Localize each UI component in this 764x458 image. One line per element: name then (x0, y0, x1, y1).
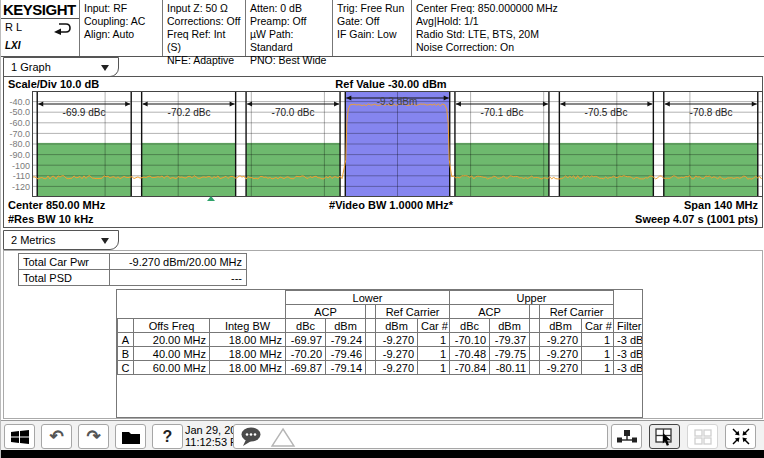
folder-icon (121, 429, 141, 445)
grid-icon (693, 428, 713, 446)
y-axis-label: -80.0 (4, 139, 30, 149)
remote-local-indicator: R L (5, 21, 22, 33)
table-row: Offs Freq Integ BW dBc dBm dBm Car # dBc… (118, 319, 643, 333)
res-bw-annot: #Res BW 10 kHz (8, 213, 94, 225)
node-sequence-icon (616, 428, 638, 446)
metric-label: Total Car Pwr (19, 254, 110, 270)
group-header-ref-carrier: Ref Carrier (540, 305, 614, 319)
group-header-ref-carrier: Ref Carrier (376, 305, 450, 319)
metric-label: Total PSD (19, 270, 110, 286)
bottom-black-strip (1, 450, 764, 458)
redo-button[interactable]: ↷ (78, 424, 109, 449)
table-row: Total Car Pwr -9.270 dBm/20.00 MHz (19, 254, 247, 270)
undo-icon: ↶ (49, 428, 63, 445)
graph-selector-dropdown[interactable]: 1 Graph (3, 57, 119, 77)
spectrum-plot[interactable]: -69.9 dBc -70.2 dBc -70.0 dBc -9.3 dBm -… (32, 91, 763, 197)
offset-result-label: -69.9 dBc (63, 107, 106, 118)
y-axis-label: -120 (4, 182, 30, 192)
metric-value: --- (110, 270, 247, 286)
row-id: C (118, 361, 134, 375)
undo-button[interactable]: ↶ (41, 424, 72, 449)
metrics-window: Total Car Pwr -9.270 dBm/20.00 MHz Total… (3, 250, 763, 419)
windows-icon (10, 428, 30, 446)
logo-box: KEYSIGHT R L LXI (1, 0, 79, 56)
metrics-selector-dropdown[interactable]: 2 Metrics (3, 230, 119, 250)
col-header: dBm (540, 319, 582, 333)
dropdown-arrow-icon (101, 238, 109, 244)
offset-result-label: -70.1 dBc (481, 107, 524, 118)
bottom-toolbar: ↶ ↷ ? Jan 29, 2020 11:12:53 PM (1, 420, 764, 450)
start-menu-button[interactable] (4, 424, 35, 449)
y-axis-label: -70.0 (4, 129, 30, 139)
messages-icon (239, 426, 266, 448)
offset-result-label: -70.8 dBc (690, 107, 733, 118)
y-axis-label: -50.0 (4, 107, 30, 117)
group-header-lower: Lower (286, 291, 450, 305)
header-col-trig: Trig: Free Run Gate: Off IF Gain: Low (332, 0, 411, 56)
center-freq-annot: Center 850.00 MHz (8, 199, 105, 211)
sweep-annot: Sweep 4.07 s (1001 pts) (635, 213, 758, 225)
group-header-acp: ACP (286, 305, 366, 319)
col-header: Offs Freq (134, 319, 210, 333)
header-col-meas: Center Freq: 850.000000 MHz Avg|Hold: 1/… (411, 0, 764, 56)
metric-value: -9.270 dBm/20.00 MHz (110, 254, 247, 270)
offset-result-label: -70.0 dBc (272, 107, 315, 118)
total-power-table: Total Car Pwr -9.270 dBm/20.00 MHz Total… (18, 253, 247, 286)
col-header: dBc (450, 319, 490, 333)
ref-value-label: Ref Value -30.00 dBm (335, 78, 446, 90)
video-bw-annot: #Video BW 1.0000 MHz* (329, 199, 453, 211)
header-col-input: Input: RF Coupling: AC Align: Auto (79, 0, 162, 56)
col-header: dBm (326, 319, 366, 333)
offset-result-label: -70.2 dBc (168, 107, 211, 118)
table-row: B 40.00 MHz 18.00 MHz -70.20 -79.46 -9.2… (118, 347, 643, 361)
graph-window: Scale/Div 10.0 dB Ref Value -30.00 dBm -… (3, 76, 763, 228)
redo-icon: ↷ (86, 428, 100, 445)
acp-results-table: Lower Upper ACP Ref Carrier ACP Ref Carr… (117, 290, 643, 375)
table-row: Lower Upper (118, 291, 643, 305)
sequence-view-button[interactable] (611, 424, 642, 449)
window-select-button[interactable] (649, 424, 680, 449)
col-header: Filter (614, 319, 643, 333)
y-axis-label: -100 (4, 161, 30, 171)
table-row: A 20.00 MHz 18.00 MHz -69.97 -79.24 -9.2… (118, 333, 643, 347)
table-row: Total PSD --- (19, 270, 247, 286)
offset-result-label: -70.5 dBc (585, 107, 628, 118)
collapse-arrows-icon (731, 427, 751, 446)
status-message-bar[interactable] (233, 424, 608, 449)
help-icon: ? (163, 428, 173, 445)
y-axis-label: -90.0 (4, 150, 30, 160)
carrier-power-label: -9.3 dBm (377, 96, 418, 107)
col-header: Integ BW (210, 319, 286, 333)
grid-layout-button[interactable] (687, 424, 718, 449)
help-button[interactable]: ? (152, 424, 183, 449)
warning-triangle-icon (270, 426, 296, 448)
file-explorer-button[interactable] (115, 424, 146, 449)
col-header: Car # (418, 319, 450, 333)
row-id: B (118, 347, 134, 361)
header-bar: KEYSIGHT R L LXI Input: RF Coupling: AC … (1, 0, 764, 57)
analyzer-screen: KEYSIGHT R L LXI Input: RF Coupling: AC … (0, 0, 764, 458)
y-axis-label: -60.0 (4, 118, 30, 128)
scale-div-label: Scale/Div 10.0 dB (8, 78, 99, 90)
row-id: A (118, 333, 134, 347)
col-header: dBc (286, 319, 326, 333)
y-axis-label: -40.0 (4, 97, 30, 107)
span-annot: Span 140 MHz (684, 199, 758, 211)
dropdown-arrow-icon (101, 65, 109, 71)
collapse-window-button[interactable] (725, 424, 756, 449)
col-header: dBm (376, 319, 418, 333)
table-row: C 60.00 MHz 18.00 MHz -69.87 -79.14 -9.2… (118, 361, 643, 375)
acp-results-box: Lower Upper ACP Ref Carrier ACP Ref Carr… (116, 289, 643, 418)
y-axis-label: -110 (4, 171, 30, 181)
window-cursor-icon (654, 427, 676, 447)
marker-caret-icon (207, 196, 215, 201)
group-header-acp: ACP (450, 305, 530, 319)
header-col-atten: Atten: 0 dB Preamp: Off µW Path: Standar… (245, 0, 332, 56)
col-header: dBm (490, 319, 530, 333)
lxi-label: LXI (5, 40, 21, 51)
col-header: Car # (582, 319, 614, 333)
header-col-inputz: Input Z: 50 Ω Corrections: Off Freq Ref:… (162, 0, 245, 56)
continuous-sweep-icon (51, 21, 73, 35)
keysight-logo: KEYSIGHT (1, 0, 79, 19)
group-header-upper: Upper (450, 291, 614, 305)
